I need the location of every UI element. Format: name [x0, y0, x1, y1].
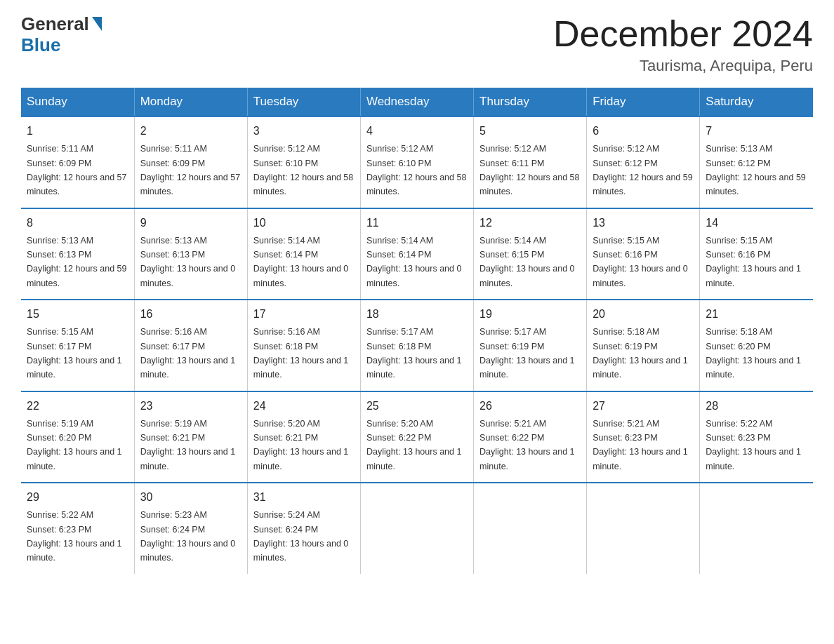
day-info: Sunrise: 5:20 AMSunset: 6:21 PMDaylight:…: [253, 419, 349, 471]
day-info: Sunrise: 5:19 AMSunset: 6:20 PMDaylight:…: [27, 419, 122, 471]
day-cell: 25 Sunrise: 5:20 AMSunset: 6:22 PMDaylig…: [360, 391, 473, 483]
day-cell: 23 Sunrise: 5:19 AMSunset: 6:21 PMDaylig…: [134, 391, 247, 483]
day-info: Sunrise: 5:21 AMSunset: 6:23 PMDaylight:…: [593, 419, 688, 471]
day-info: Sunrise: 5:24 AMSunset: 6:24 PMDaylight:…: [253, 510, 349, 563]
day-info: Sunrise: 5:14 AMSunset: 6:14 PMDaylight:…: [253, 236, 349, 288]
day-number: 8: [27, 215, 128, 232]
logo-triangle-icon: [92, 17, 102, 31]
day-cell: 9 Sunrise: 5:13 AMSunset: 6:13 PMDayligh…: [134, 208, 247, 300]
day-cell: 19 Sunrise: 5:17 AMSunset: 6:19 PMDaylig…: [474, 300, 587, 391]
week-row-3: 15 Sunrise: 5:15 AMSunset: 6:17 PMDaylig…: [21, 300, 813, 391]
day-number: 19: [479, 306, 581, 323]
day-cell: 27 Sunrise: 5:21 AMSunset: 6:23 PMDaylig…: [587, 391, 700, 483]
day-cell: [587, 483, 700, 574]
day-number: 2: [140, 123, 241, 140]
day-cell: 5 Sunrise: 5:12 AMSunset: 6:11 PMDayligh…: [474, 116, 587, 208]
day-number: 27: [593, 398, 694, 415]
header-sunday: Sunday: [21, 88, 134, 116]
day-info: Sunrise: 5:13 AMSunset: 6:12 PMDaylight:…: [706, 144, 805, 196]
day-info: Sunrise: 5:18 AMSunset: 6:19 PMDaylight:…: [593, 327, 688, 380]
day-info: Sunrise: 5:21 AMSunset: 6:22 PMDaylight:…: [479, 419, 575, 471]
day-info: Sunrise: 5:17 AMSunset: 6:18 PMDaylight:…: [366, 327, 462, 380]
day-cell: 13 Sunrise: 5:15 AMSunset: 6:16 PMDaylig…: [587, 208, 700, 300]
logo: General Blue: [21, 14, 102, 56]
day-cell: 12 Sunrise: 5:14 AMSunset: 6:15 PMDaylig…: [474, 208, 587, 300]
day-info: Sunrise: 5:13 AMSunset: 6:13 PMDaylight:…: [140, 236, 236, 288]
month-title: December 2024: [553, 14, 813, 54]
day-number: 6: [593, 123, 694, 140]
day-number: 30: [140, 489, 241, 506]
day-info: Sunrise: 5:11 AMSunset: 6:09 PMDaylight:…: [27, 144, 126, 196]
day-number: 15: [27, 306, 128, 323]
header: General Blue December 2024 Taurisma, Are…: [21, 14, 813, 75]
day-cell: 20 Sunrise: 5:18 AMSunset: 6:19 PMDaylig…: [587, 300, 700, 391]
title-area: December 2024 Taurisma, Arequipa, Peru: [553, 14, 813, 75]
day-cell: 15 Sunrise: 5:15 AMSunset: 6:17 PMDaylig…: [21, 300, 134, 391]
day-info: Sunrise: 5:22 AMSunset: 6:23 PMDaylight:…: [27, 510, 122, 563]
day-cell: [700, 483, 813, 574]
logo-general-text: General: [21, 14, 89, 34]
day-number: 10: [253, 215, 355, 232]
day-info: Sunrise: 5:19 AMSunset: 6:21 PMDaylight:…: [140, 419, 236, 471]
day-number: 9: [140, 215, 241, 232]
day-number: 18: [366, 306, 468, 323]
day-number: 3: [253, 123, 355, 140]
location-title: Taurisma, Arequipa, Peru: [553, 57, 813, 75]
day-number: 13: [593, 215, 694, 232]
week-row-2: 8 Sunrise: 5:13 AMSunset: 6:13 PMDayligh…: [21, 208, 813, 300]
day-info: Sunrise: 5:12 AMSunset: 6:10 PMDaylight:…: [253, 144, 353, 196]
logo-blue-text: Blue: [21, 34, 60, 56]
day-cell: 30 Sunrise: 5:23 AMSunset: 6:24 PMDaylig…: [134, 483, 247, 574]
day-info: Sunrise: 5:11 AMSunset: 6:09 PMDaylight:…: [140, 144, 240, 196]
day-cell: 3 Sunrise: 5:12 AMSunset: 6:10 PMDayligh…: [247, 116, 360, 208]
day-cell: 22 Sunrise: 5:19 AMSunset: 6:20 PMDaylig…: [21, 391, 134, 483]
day-number: 7: [706, 123, 807, 140]
day-info: Sunrise: 5:22 AMSunset: 6:23 PMDaylight:…: [706, 419, 801, 471]
week-row-1: 1 Sunrise: 5:11 AMSunset: 6:09 PMDayligh…: [21, 116, 813, 208]
day-number: 22: [27, 398, 128, 415]
day-cell: 29 Sunrise: 5:22 AMSunset: 6:23 PMDaylig…: [21, 483, 134, 574]
header-monday: Monday: [134, 88, 247, 116]
day-info: Sunrise: 5:20 AMSunset: 6:22 PMDaylight:…: [366, 419, 462, 471]
day-number: 4: [366, 123, 468, 140]
day-info: Sunrise: 5:17 AMSunset: 6:19 PMDaylight:…: [479, 327, 575, 380]
day-number: 5: [479, 123, 581, 140]
day-cell: 4 Sunrise: 5:12 AMSunset: 6:10 PMDayligh…: [360, 116, 473, 208]
day-cell: [474, 483, 587, 574]
day-info: Sunrise: 5:14 AMSunset: 6:15 PMDaylight:…: [479, 236, 575, 288]
week-row-5: 29 Sunrise: 5:22 AMSunset: 6:23 PMDaylig…: [21, 483, 813, 574]
day-info: Sunrise: 5:12 AMSunset: 6:10 PMDaylight:…: [366, 144, 466, 196]
day-info: Sunrise: 5:14 AMSunset: 6:14 PMDaylight:…: [366, 236, 462, 288]
day-number: 25: [366, 398, 468, 415]
day-number: 24: [253, 398, 355, 415]
day-cell: 14 Sunrise: 5:15 AMSunset: 6:16 PMDaylig…: [700, 208, 813, 300]
day-number: 12: [479, 215, 581, 232]
day-cell: 16 Sunrise: 5:16 AMSunset: 6:17 PMDaylig…: [134, 300, 247, 391]
day-number: 31: [253, 489, 355, 506]
day-cell: 6 Sunrise: 5:12 AMSunset: 6:12 PMDayligh…: [587, 116, 700, 208]
day-cell: 10 Sunrise: 5:14 AMSunset: 6:14 PMDaylig…: [247, 208, 360, 300]
header-wednesday: Wednesday: [360, 88, 473, 116]
day-info: Sunrise: 5:16 AMSunset: 6:18 PMDaylight:…: [253, 327, 349, 380]
day-info: Sunrise: 5:12 AMSunset: 6:12 PMDaylight:…: [593, 144, 692, 196]
day-info: Sunrise: 5:15 AMSunset: 6:16 PMDaylight:…: [706, 236, 801, 288]
day-number: 28: [706, 398, 807, 415]
day-info: Sunrise: 5:23 AMSunset: 6:24 PMDaylight:…: [140, 510, 236, 563]
day-info: Sunrise: 5:15 AMSunset: 6:16 PMDaylight:…: [593, 236, 688, 288]
day-number: 11: [366, 215, 468, 232]
header-saturday: Saturday: [700, 88, 813, 116]
calendar-header-row: SundayMondayTuesdayWednesdayThursdayFrid…: [21, 88, 813, 116]
day-cell: 21 Sunrise: 5:18 AMSunset: 6:20 PMDaylig…: [700, 300, 813, 391]
day-info: Sunrise: 5:12 AMSunset: 6:11 PMDaylight:…: [479, 144, 579, 196]
day-cell: 18 Sunrise: 5:17 AMSunset: 6:18 PMDaylig…: [360, 300, 473, 391]
day-number: 16: [140, 306, 241, 323]
day-cell: 1 Sunrise: 5:11 AMSunset: 6:09 PMDayligh…: [21, 116, 134, 208]
logo-general: General: [21, 14, 102, 34]
day-info: Sunrise: 5:16 AMSunset: 6:17 PMDaylight:…: [140, 327, 236, 380]
header-friday: Friday: [587, 88, 700, 116]
day-info: Sunrise: 5:18 AMSunset: 6:20 PMDaylight:…: [706, 327, 801, 380]
day-cell: 2 Sunrise: 5:11 AMSunset: 6:09 PMDayligh…: [134, 116, 247, 208]
day-info: Sunrise: 5:15 AMSunset: 6:17 PMDaylight:…: [27, 327, 122, 380]
day-cell: 31 Sunrise: 5:24 AMSunset: 6:24 PMDaylig…: [247, 483, 360, 574]
day-info: Sunrise: 5:13 AMSunset: 6:13 PMDaylight:…: [27, 236, 126, 288]
